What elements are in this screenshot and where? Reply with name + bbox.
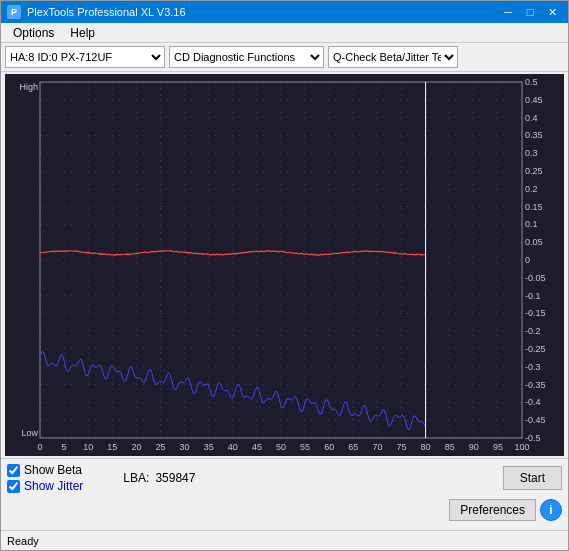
device-select[interactable]: HA:8 ID:0 PX-712UF (5, 46, 165, 68)
show-jitter-label[interactable]: Show Jitter (24, 479, 83, 493)
lba-value: 359847 (155, 471, 195, 485)
show-jitter-checkbox[interactable] (7, 480, 20, 493)
show-beta-label[interactable]: Show Beta (24, 463, 82, 477)
preferences-button[interactable]: Preferences (449, 499, 536, 521)
info-button[interactable]: i (540, 499, 562, 521)
chart-canvas (5, 74, 564, 456)
app-icon: P (7, 5, 21, 19)
menu-bar: Options Help (1, 23, 568, 43)
status-bar: Ready (1, 530, 568, 550)
toolbar: HA:8 ID:0 PX-712UF CD Diagnostic Functio… (1, 43, 568, 72)
chart-area (5, 74, 564, 456)
start-button[interactable]: Start (503, 466, 562, 490)
lba-section: LBA: 359847 (123, 471, 195, 485)
maximize-button[interactable]: □ (520, 4, 540, 20)
show-beta-checkbox[interactable] (7, 464, 20, 477)
menu-options[interactable]: Options (5, 24, 62, 42)
show-beta-row: Show Beta (7, 463, 83, 477)
bottom-panel: Show Beta Show Jitter LBA: 359847 Start … (1, 458, 568, 530)
function-select[interactable]: CD Diagnostic Functions (169, 46, 324, 68)
window-title: PlexTools Professional XL V3.16 (27, 6, 186, 18)
main-window: P PlexTools Professional XL V3.16 ─ □ ✕ … (0, 0, 569, 551)
show-jitter-row: Show Jitter (7, 479, 83, 493)
title-bar: P PlexTools Professional XL V3.16 ─ □ ✕ (1, 1, 568, 23)
title-bar-left: P PlexTools Professional XL V3.16 (7, 5, 186, 19)
status-text: Ready (7, 535, 39, 547)
bottom-row1: Show Beta Show Jitter LBA: 359847 Start (7, 463, 562, 493)
window-controls: ─ □ ✕ (498, 4, 562, 20)
checkboxes: Show Beta Show Jitter (7, 463, 83, 493)
test-select[interactable]: Q-Check Beta/Jitter Test (328, 46, 458, 68)
lba-label: LBA: (123, 471, 149, 485)
close-button[interactable]: ✕ (542, 4, 562, 20)
bottom-row2: Preferences i (7, 499, 562, 521)
menu-help[interactable]: Help (62, 24, 103, 42)
minimize-button[interactable]: ─ (498, 4, 518, 20)
